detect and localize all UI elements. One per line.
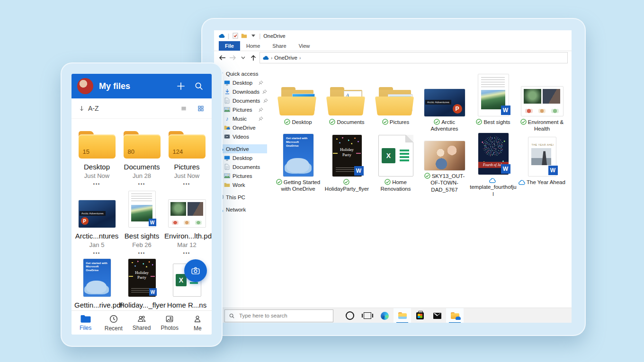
file-tile-arctic-ntures[interactable]: Arctic AdventuresPArctic...nturesJan 5••… [74, 194, 119, 256]
caret-down-icon[interactable] [250, 33, 256, 39]
file-item-best-sights[interactable]: WBest sights [469, 73, 518, 133]
new-folder-icon[interactable] [241, 33, 247, 39]
recent-locations-chevron-icon[interactable] [239, 53, 247, 62]
nav-item-label: Recent [105, 325, 123, 332]
word-badge: W [501, 164, 510, 174]
address-field[interactable]: › OneDrive › [259, 52, 568, 63]
back-button[interactable] [218, 53, 226, 62]
nav-item-me[interactable]: Me [184, 314, 212, 332]
properties-check-icon[interactable] [232, 33, 238, 39]
taskbar-search[interactable] [224, 309, 333, 322]
sort-order-label[interactable]: A-Z [88, 105, 99, 112]
sync-status-synced-icon [284, 119, 290, 125]
file-icon-area: Arctic AdventuresP [424, 73, 465, 116]
file-item-desktop[interactable]: Desktop [274, 73, 322, 133]
file-item-environment-health[interactable]: Environment & Health [518, 73, 566, 133]
thumbnail-best-sights: W [478, 74, 509, 116]
taskbar-task-view-icon[interactable] [358, 308, 376, 323]
file-tile-desktop[interactable]: 15DesktopJust Now••• [74, 124, 119, 186]
folder-item-count: 124 [173, 148, 183, 155]
taskbar-cortana-icon[interactable] [341, 308, 358, 323]
thumbnail-best-sights: W [128, 191, 156, 228]
cloud-illustration [286, 158, 309, 173]
excel-badge: X [382, 148, 395, 164]
nav-item-recent[interactable]: Recent [99, 314, 127, 332]
taskbar-mail-icon[interactable] [429, 308, 446, 323]
taskbar-store-icon[interactable] [411, 308, 429, 323]
file-item-the-year-ahead[interactable]: THE YEAR AHEADWThe Year Ahead [518, 133, 566, 193]
tile-menu-button[interactable]: ••• [183, 251, 190, 256]
sidebar-item-label: Downloads [233, 89, 259, 95]
taskbar-file-explorer-icon[interactable] [394, 308, 411, 323]
taskbar-onedrive-folder-icon[interactable] [446, 308, 464, 323]
nav-item-photos[interactable]: Photos [156, 314, 184, 331]
folder-icon-documents [329, 86, 366, 116]
tile-menu-button[interactable]: ••• [93, 251, 100, 256]
search-input[interactable] [238, 312, 329, 319]
powerpoint-badge: P [453, 104, 462, 114]
nav-item-files[interactable]: Files [72, 314, 99, 331]
word-badge: W [149, 288, 157, 296]
file-tile-environ-lth-pdf[interactable]: Environ...lth.pdfMar 12••• [164, 194, 209, 256]
search-button[interactable] [193, 80, 205, 92]
thumbnail-icons [172, 220, 201, 225]
file-item-holidayparty-flyer[interactable]: HolidayPartyWHolidayParty_flyer [322, 133, 371, 193]
file-icon-area: THE YEAR AHEADW [528, 133, 556, 177]
pin-icon [262, 97, 268, 104]
excel-badge: X [176, 274, 187, 286]
sort-direction-icon[interactable] [78, 105, 85, 112]
tile-menu-button[interactable]: ••• [183, 182, 190, 186]
thumbnail-image [531, 148, 551, 165]
file-item-getting-started-with-onedrive[interactable]: Get started with Microsoft OneDriveGetti… [274, 133, 322, 193]
tile-menu-button[interactable]: ••• [138, 251, 145, 256]
tile-menu-button[interactable]: ••• [138, 182, 145, 186]
bottom-navigation: FilesRecentSharedPhotosMe [72, 310, 212, 335]
sync-status-cloud-icon [489, 178, 496, 183]
sync-status-synced-icon [343, 179, 349, 185]
sidebar-item-label: Music [233, 116, 247, 122]
word-badge: W [548, 166, 558, 175]
onedrive-cloud-icon[interactable] [219, 33, 225, 39]
word-badge: W [354, 166, 364, 176]
pin-icon [262, 88, 268, 95]
file-item-home-renovations[interactable]: XHome Renovations [371, 133, 420, 193]
tile-name: Environ...lth.pdf [164, 232, 209, 240]
ribbon-tab-share[interactable]: Share [266, 41, 292, 51]
tile-name: Home R...ns [167, 301, 206, 309]
separator: | [228, 33, 229, 39]
file-item-template-fourthofjul[interactable]: Fourth of JulyWtemplate_fourthofjul [469, 133, 518, 193]
taskbar-icons [341, 308, 464, 323]
forward-button[interactable] [228, 53, 237, 62]
ribbon-tab-view[interactable]: View [293, 41, 316, 51]
breadcrumb-onedrive[interactable]: OneDrive [274, 55, 297, 61]
add-button[interactable] [175, 80, 187, 92]
list-view-icon[interactable] [179, 105, 188, 112]
file-item-documents[interactable]: Documents [322, 73, 371, 133]
file-tile-documents[interactable]: 80DocumentsJun 28••• [119, 124, 164, 186]
file-item-arctic-adventures[interactable]: Arctic AdventuresPArctic Adventures [420, 73, 469, 133]
tile-name: Documents [124, 163, 160, 171]
grid-view-icon[interactable] [197, 105, 205, 112]
file-tile-gettin-rive-pdf[interactable]: Get started with Microsoft OneDriveGetti… [74, 263, 119, 310]
up-button[interactable] [249, 53, 258, 62]
file-tile-best-sights[interactable]: WBest sightsFeb 26••• [119, 194, 164, 256]
folder-icon: 15 [79, 131, 116, 159]
tile-menu-button[interactable]: ••• [93, 182, 100, 186]
camera-upload-fab[interactable] [184, 259, 207, 282]
file-item-pictures[interactable]: Pictures [371, 73, 420, 133]
ribbon-tab-file[interactable]: File [219, 41, 240, 51]
avatar[interactable] [77, 78, 93, 94]
nav-item-shared[interactable]: Shared [127, 314, 155, 331]
file-icon-area: X [378, 133, 413, 177]
separator: | [259, 33, 260, 39]
excel-file-icon: X [378, 135, 413, 177]
sidebar-item-label: Desktop [233, 80, 252, 86]
thumbnail-title: THE YEAR AHEAD [531, 143, 553, 146]
file-item-sky13-out-of-town-dad-5767[interactable]: SKY13_OUT-OF-TOWN-DAD_5767 [420, 133, 469, 193]
ribbon-tab-home[interactable]: Home [240, 41, 266, 51]
file-tile-holiday-flyer[interactable]: HolidayPartyWHoliday..._flyerDec 3, 2019… [119, 263, 164, 310]
taskbar-edge-icon[interactable] [376, 308, 394, 323]
thumbnail-arctic-adventures: Arctic AdventuresP [79, 200, 116, 228]
thumbnail-title: Arctic Adventures [80, 211, 106, 216]
file-tile-pictures[interactable]: 124PicturesJust Now••• [164, 124, 209, 186]
